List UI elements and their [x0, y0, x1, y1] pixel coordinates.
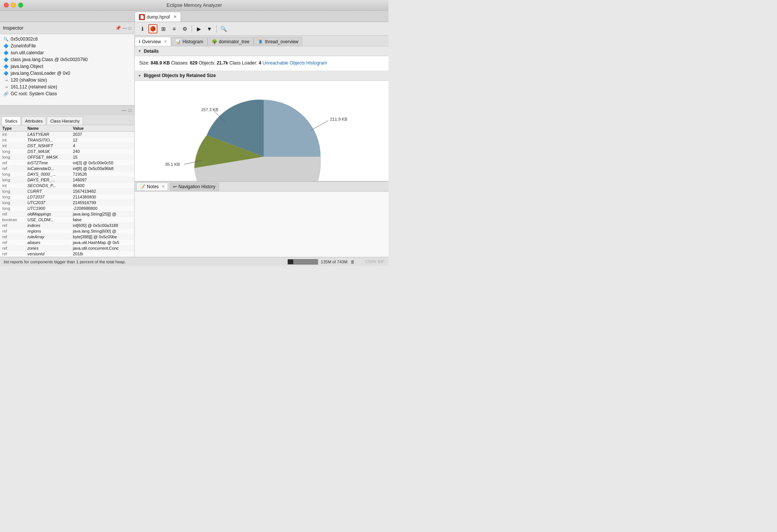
unreachable-objects-link[interactable]: Unreachable Objects Histogram: [263, 60, 327, 66]
tab-class-hierarchy[interactable]: Class Hierarchy: [47, 116, 83, 125]
toolbar-search-btn[interactable]: 🔍: [219, 24, 228, 33]
tab-notes[interactable]: 📝 Notes ✕: [136, 183, 168, 191]
dump-tab-close[interactable]: ✕: [173, 14, 177, 19]
bottom-panel: 📝 Notes ✕ ↩ Navigation History: [135, 181, 388, 257]
dump-tab[interactable]: 📄 dump.hprof ✕: [135, 12, 181, 22]
tree-item-java-class[interactable]: 🔷 class java.lang.Class @ 0x5c0020790: [0, 56, 134, 63]
notes-label: Notes: [147, 184, 159, 189]
toolbar-grid-btn[interactable]: ⊞: [159, 24, 168, 33]
minimize-button[interactable]: [11, 3, 16, 8]
inspector-min-icon[interactable]: —: [123, 25, 127, 31]
details-arrow-icon: ▼: [138, 49, 142, 53]
tab-histogram[interactable]: 📊 Histogram: [171, 37, 208, 46]
status-text: list reports for components bigger than …: [4, 260, 126, 264]
details-content: Size: 848.9 KB Classes: 629 Objects: 21.…: [135, 56, 388, 71]
table-row[interactable]: ref aliases java.util.HashMap @ 0x5: [0, 240, 134, 246]
table-row[interactable]: ref zones java.util.concurrent.Conc: [0, 246, 134, 251]
class-icon-3: 🔷: [3, 57, 9, 63]
tab-nav-history[interactable]: ↩ Navigation History: [170, 183, 219, 191]
table-row[interactable]: ref toSTZTime int[3] @ 0x5c00e0c50: [0, 160, 134, 166]
toolbar-settings-btn[interactable]: ⚙: [180, 24, 189, 33]
table-row[interactable]: boolean USE_OLDM... false: [0, 217, 134, 223]
tab-thread-overview[interactable]: 🧵 thread_overview: [253, 37, 302, 46]
table-row[interactable]: long CURRT 1567419482: [0, 189, 134, 194]
gc-button[interactable]: 🗑: [351, 260, 355, 264]
inspector-icon: 🔍: [3, 36, 9, 42]
table-row[interactable]: long DST_MASK 240: [0, 149, 134, 154]
tree-item-inspector[interactable]: 🔍 0x5c00302c8: [0, 36, 134, 42]
cell-name: versionId: [25, 251, 71, 257]
tab-dominator-tree[interactable]: 🌳 dominator_tree: [208, 37, 254, 46]
details-section-title: Details: [144, 49, 159, 54]
cell-name: SECONDS_P...: [25, 183, 71, 189]
cell-type: ref: [0, 246, 25, 251]
pie-chart-container: 211.9 KB 157.3 KB 35.1 KB 444.5 KB: [135, 81, 388, 181]
bottom-tabs: 📝 Notes ✕ ↩ Navigation History: [135, 182, 388, 192]
tree-item-sun-util[interactable]: 🔷 sun.util.calendar: [0, 49, 134, 56]
table-row[interactable]: ref regions java.lang.String[600] @: [0, 228, 134, 234]
table-row[interactable]: ref toCalendarD... int[8] @ 0x5c00a96b8: [0, 166, 134, 172]
toolbar-dropdown-btn[interactable]: ▼: [205, 24, 214, 33]
table-row[interactable]: ref oldMappings java.lang.String[25][] @: [0, 211, 134, 217]
tree-item-gcroot[interactable]: 🔗 GC root: System Class: [0, 90, 134, 97]
cell-value: int[3] @ 0x5c00e0c50: [71, 160, 134, 166]
table-row[interactable]: int DST_NSHIFT 4: [0, 143, 134, 149]
tab-statics[interactable]: Statics: [2, 116, 21, 125]
table-row[interactable]: long UTC2037 2145916799: [0, 200, 134, 206]
cell-value: 4: [71, 143, 134, 149]
statics-min-icon[interactable]: —: [122, 108, 126, 113]
toolbar: ℹ ⊞ ≡ ⚙ ▶ ▼ 🔍: [135, 22, 388, 36]
maximize-button[interactable]: [18, 3, 23, 8]
objects-label: Objects:: [199, 60, 217, 66]
cell-type: long: [0, 172, 25, 177]
tab-attributes[interactable]: Attributes: [22, 116, 46, 125]
cell-name: indices: [25, 223, 71, 228]
inspector-pin-icon[interactable]: 📌: [115, 25, 121, 31]
inspector-max-icon[interactable]: □: [129, 25, 131, 31]
table-row[interactable]: long DAYS_0000_... 719528: [0, 172, 134, 177]
tree-item-java-object[interactable]: 🔷 java.lang.Object: [0, 63, 134, 70]
tab-overview[interactable]: ℹ Overview ✕: [135, 37, 171, 46]
notes-close[interactable]: ✕: [162, 184, 165, 189]
tab-overview-close[interactable]: ✕: [164, 39, 167, 44]
tree-item-label: java.lang.ClassLoader @ 0x0: [11, 71, 70, 76]
cell-value: -2208988800: [71, 206, 134, 211]
top-tab-bar: 📄 dump.hprof ✕: [0, 11, 388, 22]
tree-item-shallow[interactable]: ⇥ 120 (shallow size): [0, 77, 134, 83]
memory-label: 135M of 743M: [321, 260, 348, 264]
table-row[interactable]: ref versionId 2018i: [0, 251, 134, 257]
table-row[interactable]: ref ruleArray byte[388][] @ 0x5c00be: [0, 234, 134, 240]
biggest-objects-header[interactable]: ▼ Biggest Objects by Retained Size: [135, 71, 388, 81]
details-section: ▼ Details Size: 848.9 KB Classes: 629 Ob…: [135, 46, 388, 71]
size-label: Size:: [139, 60, 151, 66]
table-row[interactable]: long LDT2037 2114380800: [0, 194, 134, 200]
cell-type: int: [0, 183, 25, 189]
table-row[interactable]: long DAYS_PER_... 146097: [0, 177, 134, 183]
tree-item-classloader[interactable]: 🔷 java.lang.ClassLoader @ 0x0: [0, 70, 134, 77]
cell-type: ref: [0, 211, 25, 217]
toolbar-play-btn[interactable]: ▶: [194, 24, 203, 33]
statics-panel-controls: — □: [0, 105, 134, 115]
table-row[interactable]: int LASTYEAR 2037: [0, 132, 134, 137]
toolbar-chart-btn[interactable]: [148, 24, 157, 33]
cell-name: DAYS_PER_...: [25, 177, 71, 183]
table-row[interactable]: int SECONDS_P... 86400: [0, 183, 134, 189]
tree-item-retained[interactable]: ⇥ 161,112 (retained size): [0, 83, 134, 90]
toolbar-info-btn[interactable]: ℹ: [138, 24, 147, 33]
pie-label-text-1: 211.9 KB: [330, 117, 347, 121]
table-row[interactable]: int TRANSITIO... 12: [0, 137, 134, 143]
memory-bar: [288, 259, 318, 264]
app-body: 📄 dump.hprof ✕ Inspector 📌 — □ 🔍 0x5c003…: [0, 11, 388, 266]
col-type: Type: [0, 125, 25, 132]
toolbar-list-btn[interactable]: ≡: [170, 24, 179, 33]
table-row[interactable]: long OFFSET_MASK 15: [0, 154, 134, 160]
class-loader-label: Class Loader:: [230, 60, 259, 66]
statics-max-icon[interactable]: □: [129, 108, 131, 113]
table-row[interactable]: ref indices int[600] @ 0x5c00a3188: [0, 223, 134, 228]
table-row[interactable]: long UTC1900 -2208988800: [0, 206, 134, 211]
tab-thread-icon: 🧵: [258, 39, 263, 44]
tree-item-zoneinfofile[interactable]: 🔷 ZoneInfoFile: [0, 42, 134, 49]
close-button[interactable]: [4, 3, 9, 8]
details-section-header[interactable]: ▼ Details: [135, 46, 388, 56]
bottom-content: [135, 192, 388, 257]
